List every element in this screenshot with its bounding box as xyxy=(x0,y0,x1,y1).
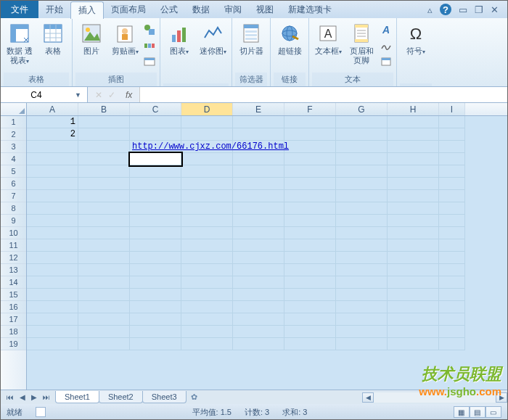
cell-G17[interactable] xyxy=(336,313,388,326)
cell-H3[interactable] xyxy=(388,141,439,153)
cell-E6[interactable] xyxy=(233,178,284,190)
cell-I8[interactable] xyxy=(439,202,465,215)
cell-F9[interactable] xyxy=(284,215,336,227)
cell-G14[interactable] xyxy=(336,276,388,289)
cell-E15[interactable] xyxy=(233,289,284,301)
cell-E9[interactable] xyxy=(233,215,284,227)
cell-B16[interactable] xyxy=(78,301,130,313)
cell-C10[interactable] xyxy=(130,227,181,239)
cell-A10[interactable] xyxy=(27,227,78,239)
cell-F18[interactable] xyxy=(284,326,336,338)
menu-home[interactable]: 开始 xyxy=(38,1,70,18)
cell-G8[interactable] xyxy=(336,202,388,215)
sheet-nav-first-icon[interactable]: ⏮ xyxy=(4,393,17,401)
cell-D19[interactable] xyxy=(181,338,233,350)
sparkline-button[interactable]: 迷你图▾ xyxy=(197,20,229,59)
cell-H6[interactable] xyxy=(388,178,439,190)
scroll-right-icon[interactable]: ▶ xyxy=(496,392,507,403)
column-header-E[interactable]: E xyxy=(233,103,284,115)
menu-formulas[interactable]: 公式 xyxy=(153,1,185,18)
cell-B11[interactable] xyxy=(78,239,130,252)
cell-G3[interactable] xyxy=(336,141,388,153)
column-header-C[interactable]: C xyxy=(130,103,181,115)
cell-I19[interactable] xyxy=(439,338,465,350)
cell-A14[interactable] xyxy=(27,276,78,289)
cell-A8[interactable] xyxy=(27,202,78,215)
pivot-table-button[interactable]: 数据 透视表▾ xyxy=(4,20,36,68)
cell-C3[interactable]: http://www.cjxz.com/66176.html xyxy=(130,141,181,153)
cell-A18[interactable] xyxy=(27,326,78,338)
cell-A15[interactable] xyxy=(27,289,78,301)
cell-G10[interactable] xyxy=(336,227,388,239)
cell-I6[interactable] xyxy=(439,178,465,190)
signature-icon[interactable] xyxy=(379,38,393,53)
cell-F17[interactable] xyxy=(284,313,336,326)
cell-F12[interactable] xyxy=(284,252,336,264)
formula-cancel-icon[interactable]: ✕ xyxy=(95,90,102,100)
cell-E16[interactable] xyxy=(233,301,284,313)
cell-B6[interactable] xyxy=(78,178,130,190)
formula-input[interactable] xyxy=(139,87,507,102)
cell-F11[interactable] xyxy=(284,239,336,252)
row-header-1[interactable]: 1 xyxy=(1,116,26,128)
cell-A5[interactable] xyxy=(27,165,78,178)
row-header-4[interactable]: 4 xyxy=(1,153,26,165)
column-header-D[interactable]: D xyxy=(181,103,233,115)
cell-E1[interactable] xyxy=(233,116,284,128)
cell-G7[interactable] xyxy=(336,190,388,202)
cell-G11[interactable] xyxy=(336,239,388,252)
cell-A2[interactable]: 2 xyxy=(27,128,78,141)
cell-C9[interactable] xyxy=(130,215,181,227)
cell-I7[interactable] xyxy=(439,190,465,202)
object-icon[interactable] xyxy=(379,54,393,69)
cell-C16[interactable] xyxy=(130,301,181,313)
picture-button[interactable]: 图片 xyxy=(75,20,107,58)
new-sheet-icon[interactable]: ✿ xyxy=(187,392,202,402)
hyperlink-button[interactable]: 超链接 xyxy=(274,20,306,58)
sheet-tab-3[interactable]: Sheet3 xyxy=(142,391,187,403)
cell-C19[interactable] xyxy=(130,338,181,350)
cell-E2[interactable] xyxy=(233,128,284,141)
cell-A7[interactable] xyxy=(27,190,78,202)
cell-D4[interactable] xyxy=(181,153,233,165)
row-header-19[interactable]: 19 xyxy=(1,338,26,350)
cell-I3[interactable] xyxy=(439,141,465,153)
cell-F8[interactable] xyxy=(284,202,336,215)
column-header-H[interactable]: H xyxy=(388,103,439,115)
cell-A3[interactable] xyxy=(27,141,78,153)
cell-G2[interactable] xyxy=(336,128,388,141)
column-header-I[interactable]: I xyxy=(439,103,465,115)
cell-C15[interactable] xyxy=(130,289,181,301)
cell-G6[interactable] xyxy=(336,178,388,190)
row-header-17[interactable]: 17 xyxy=(1,313,26,326)
cell-G5[interactable] xyxy=(336,165,388,178)
name-box-dropdown-icon[interactable]: ▼ xyxy=(72,91,84,99)
cell-I15[interactable] xyxy=(439,289,465,301)
sheet-nav-prev-icon[interactable]: ◀ xyxy=(17,393,28,401)
cell-C4[interactable] xyxy=(130,153,181,165)
row-header-9[interactable]: 9 xyxy=(1,215,26,227)
cell-D18[interactable] xyxy=(181,326,233,338)
menu-pagelayout[interactable]: 页面布局 xyxy=(104,1,153,18)
cell-C8[interactable] xyxy=(130,202,181,215)
view-pagelayout-icon[interactable]: ▤ xyxy=(470,406,486,418)
menu-insert[interactable]: 插入 xyxy=(70,1,104,19)
cell-D16[interactable] xyxy=(181,301,233,313)
cell-A4[interactable] xyxy=(27,153,78,165)
cell-H5[interactable] xyxy=(388,165,439,178)
cell-E7[interactable] xyxy=(233,190,284,202)
cell-G1[interactable] xyxy=(336,116,388,128)
cells-area[interactable]: 12http://www.cjxz.com/66176.html xyxy=(27,116,507,390)
cell-D12[interactable] xyxy=(181,252,233,264)
select-all-corner[interactable] xyxy=(1,103,27,115)
row-header-14[interactable]: 14 xyxy=(1,276,26,289)
cell-B17[interactable] xyxy=(78,313,130,326)
cell-A17[interactable] xyxy=(27,313,78,326)
chart-button[interactable]: 图表▾ xyxy=(163,20,195,59)
cell-H11[interactable] xyxy=(388,239,439,252)
name-box[interactable]: C4 ▼ xyxy=(1,87,88,102)
cell-B2[interactable] xyxy=(78,128,130,141)
cell-I11[interactable] xyxy=(439,239,465,252)
cell-D8[interactable] xyxy=(181,202,233,215)
cell-F13[interactable] xyxy=(284,264,336,276)
